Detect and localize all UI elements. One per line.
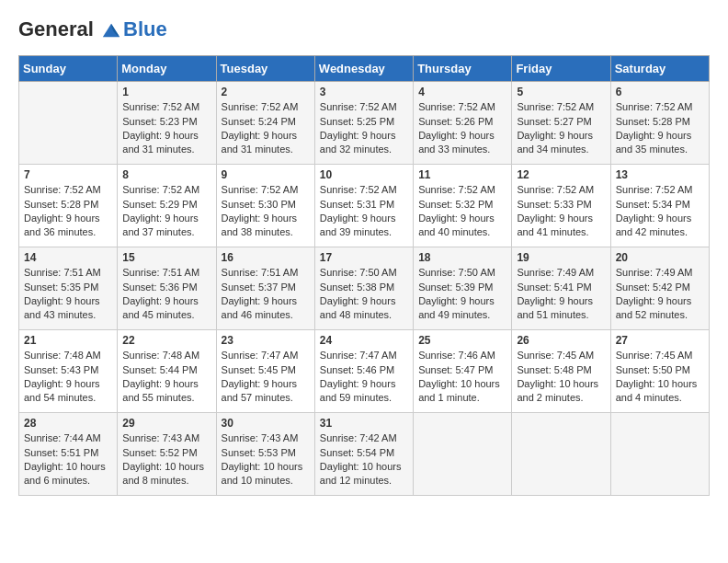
calendar-cell: 12Sunrise: 7:52 AM Sunset: 5:33 PM Dayli… — [512, 165, 610, 247]
calendar-cell: 28Sunrise: 7:44 AM Sunset: 5:51 PM Dayli… — [19, 413, 118, 496]
calendar-week-row: 14Sunrise: 7:51 AM Sunset: 5:35 PM Dayli… — [19, 247, 710, 330]
day-content: Sunrise: 7:52 AM Sunset: 5:24 PM Dayligh… — [222, 100, 310, 157]
day-number: 2 — [222, 86, 310, 98]
day-content: Sunrise: 7:51 AM Sunset: 5:36 PM Dayligh… — [122, 266, 210, 323]
day-content: Sunrise: 7:44 AM Sunset: 5:51 PM Dayligh… — [24, 431, 112, 488]
day-number: 18 — [418, 251, 506, 264]
day-content: Sunrise: 7:47 AM Sunset: 5:45 PM Dayligh… — [222, 349, 310, 406]
day-number: 20 — [616, 251, 704, 264]
calendar-header-row: SundayMondayTuesdayWednesdayThursdayFrid… — [19, 56, 710, 82]
day-content: Sunrise: 7:43 AM Sunset: 5:52 PM Dayligh… — [122, 431, 210, 488]
day-number: 11 — [418, 168, 506, 181]
calendar-cell: 26Sunrise: 7:45 AM Sunset: 5:48 PM Dayli… — [512, 330, 610, 413]
calendar-cell: 30Sunrise: 7:43 AM Sunset: 5:53 PM Dayli… — [216, 413, 314, 496]
calendar-cell: 21Sunrise: 7:48 AM Sunset: 5:43 PM Dayli… — [19, 330, 118, 413]
calendar-cell — [610, 413, 709, 496]
page-header: General Blue — [18, 18, 710, 40]
day-number: 29 — [122, 417, 210, 430]
day-number: 9 — [222, 168, 310, 181]
calendar-cell: 13Sunrise: 7:52 AM Sunset: 5:34 PM Dayli… — [610, 165, 709, 247]
calendar-cell: 20Sunrise: 7:49 AM Sunset: 5:42 PM Dayli… — [610, 247, 709, 330]
calendar-cell: 27Sunrise: 7:45 AM Sunset: 5:50 PM Dayli… — [610, 330, 709, 413]
calendar-cell: 4Sunrise: 7:52 AM Sunset: 5:26 PM Daylig… — [414, 82, 512, 165]
calendar-table: SundayMondayTuesdayWednesdayThursdayFrid… — [18, 55, 710, 496]
logo-blue: Blue — [123, 18, 167, 40]
calendar-week-row: 7Sunrise: 7:52 AM Sunset: 5:28 PM Daylig… — [19, 165, 710, 247]
day-number: 31 — [320, 417, 408, 430]
calendar-cell: 29Sunrise: 7:43 AM Sunset: 5:52 PM Dayli… — [118, 413, 216, 496]
header-thursday: Thursday — [414, 56, 512, 82]
header-sunday: Sunday — [19, 56, 118, 82]
calendar-cell: 31Sunrise: 7:42 AM Sunset: 5:54 PM Dayli… — [314, 413, 413, 496]
calendar-cell — [512, 413, 610, 496]
day-number: 1 — [122, 86, 210, 98]
calendar-cell: 25Sunrise: 7:46 AM Sunset: 5:47 PM Dayli… — [414, 330, 512, 413]
day-content: Sunrise: 7:52 AM Sunset: 5:28 PM Dayligh… — [616, 100, 704, 157]
day-number: 19 — [517, 251, 605, 264]
day-content: Sunrise: 7:51 AM Sunset: 5:35 PM Dayligh… — [24, 266, 112, 323]
header-wednesday: Wednesday — [314, 56, 413, 82]
day-number: 7 — [24, 168, 112, 181]
day-number: 21 — [24, 334, 112, 347]
day-content: Sunrise: 7:52 AM Sunset: 5:23 PM Dayligh… — [122, 100, 210, 157]
day-number: 17 — [320, 251, 408, 264]
day-content: Sunrise: 7:50 AM Sunset: 5:38 PM Dayligh… — [320, 266, 408, 323]
day-number: 5 — [517, 86, 605, 98]
day-number: 26 — [517, 334, 605, 347]
day-content: Sunrise: 7:52 AM Sunset: 5:28 PM Dayligh… — [24, 183, 112, 240]
day-content: Sunrise: 7:52 AM Sunset: 5:34 PM Dayligh… — [616, 183, 704, 240]
logo-icon — [101, 20, 121, 40]
day-content: Sunrise: 7:45 AM Sunset: 5:48 PM Dayligh… — [517, 349, 605, 406]
calendar-cell: 9Sunrise: 7:52 AM Sunset: 5:30 PM Daylig… — [216, 165, 314, 247]
header-saturday: Saturday — [610, 56, 709, 82]
calendar-cell: 22Sunrise: 7:48 AM Sunset: 5:44 PM Dayli… — [118, 330, 216, 413]
day-content: Sunrise: 7:45 AM Sunset: 5:50 PM Dayligh… — [616, 349, 704, 406]
day-content: Sunrise: 7:48 AM Sunset: 5:43 PM Dayligh… — [24, 349, 112, 406]
calendar-cell: 1Sunrise: 7:52 AM Sunset: 5:23 PM Daylig… — [118, 82, 216, 165]
calendar-cell: 15Sunrise: 7:51 AM Sunset: 5:36 PM Dayli… — [118, 247, 216, 330]
calendar-cell: 2Sunrise: 7:52 AM Sunset: 5:24 PM Daylig… — [216, 82, 314, 165]
calendar-week-row: 1Sunrise: 7:52 AM Sunset: 5:23 PM Daylig… — [19, 82, 710, 165]
day-number: 15 — [122, 251, 210, 264]
calendar-cell: 6Sunrise: 7:52 AM Sunset: 5:28 PM Daylig… — [610, 82, 709, 165]
calendar-cell: 24Sunrise: 7:47 AM Sunset: 5:46 PM Dayli… — [314, 330, 413, 413]
day-content: Sunrise: 7:52 AM Sunset: 5:29 PM Dayligh… — [122, 183, 210, 240]
calendar-cell — [19, 82, 118, 165]
day-content: Sunrise: 7:48 AM Sunset: 5:44 PM Dayligh… — [122, 349, 210, 406]
logo-general: General — [18, 17, 94, 40]
calendar-cell: 7Sunrise: 7:52 AM Sunset: 5:28 PM Daylig… — [19, 165, 118, 247]
calendar-cell: 16Sunrise: 7:51 AM Sunset: 5:37 PM Dayli… — [216, 247, 314, 330]
calendar-cell — [414, 413, 512, 496]
day-number: 14 — [24, 251, 112, 264]
header-friday: Friday — [512, 56, 610, 82]
day-content: Sunrise: 7:43 AM Sunset: 5:53 PM Dayligh… — [222, 431, 310, 488]
calendar-cell: 17Sunrise: 7:50 AM Sunset: 5:38 PM Dayli… — [314, 247, 413, 330]
day-number: 30 — [222, 417, 310, 430]
day-number: 24 — [320, 334, 408, 347]
calendar-cell: 10Sunrise: 7:52 AM Sunset: 5:31 PM Dayli… — [314, 165, 413, 247]
header-tuesday: Tuesday — [216, 56, 314, 82]
day-content: Sunrise: 7:52 AM Sunset: 5:25 PM Dayligh… — [320, 100, 408, 157]
calendar-cell: 14Sunrise: 7:51 AM Sunset: 5:35 PM Dayli… — [19, 247, 118, 330]
calendar-cell: 3Sunrise: 7:52 AM Sunset: 5:25 PM Daylig… — [314, 82, 413, 165]
day-content: Sunrise: 7:46 AM Sunset: 5:47 PM Dayligh… — [418, 349, 506, 406]
day-number: 16 — [222, 251, 310, 264]
day-content: Sunrise: 7:52 AM Sunset: 5:26 PM Dayligh… — [418, 100, 506, 157]
day-content: Sunrise: 7:52 AM Sunset: 5:31 PM Dayligh… — [320, 183, 408, 240]
day-number: 10 — [320, 168, 408, 181]
calendar-cell: 18Sunrise: 7:50 AM Sunset: 5:39 PM Dayli… — [414, 247, 512, 330]
day-content: Sunrise: 7:49 AM Sunset: 5:42 PM Dayligh… — [616, 266, 704, 323]
calendar-cell: 19Sunrise: 7:49 AM Sunset: 5:41 PM Dayli… — [512, 247, 610, 330]
calendar-cell: 11Sunrise: 7:52 AM Sunset: 5:32 PM Dayli… — [414, 165, 512, 247]
day-content: Sunrise: 7:52 AM Sunset: 5:33 PM Dayligh… — [517, 183, 605, 240]
day-content: Sunrise: 7:52 AM Sunset: 5:32 PM Dayligh… — [418, 183, 506, 240]
day-content: Sunrise: 7:52 AM Sunset: 5:30 PM Dayligh… — [222, 183, 310, 240]
calendar-cell: 8Sunrise: 7:52 AM Sunset: 5:29 PM Daylig… — [118, 165, 216, 247]
calendar-cell: 5Sunrise: 7:52 AM Sunset: 5:27 PM Daylig… — [512, 82, 610, 165]
day-number: 22 — [122, 334, 210, 347]
header-monday: Monday — [118, 56, 216, 82]
calendar-cell: 23Sunrise: 7:47 AM Sunset: 5:45 PM Dayli… — [216, 330, 314, 413]
calendar-week-row: 28Sunrise: 7:44 AM Sunset: 5:51 PM Dayli… — [19, 413, 710, 496]
day-content: Sunrise: 7:42 AM Sunset: 5:54 PM Dayligh… — [320, 431, 408, 488]
day-number: 8 — [122, 168, 210, 181]
